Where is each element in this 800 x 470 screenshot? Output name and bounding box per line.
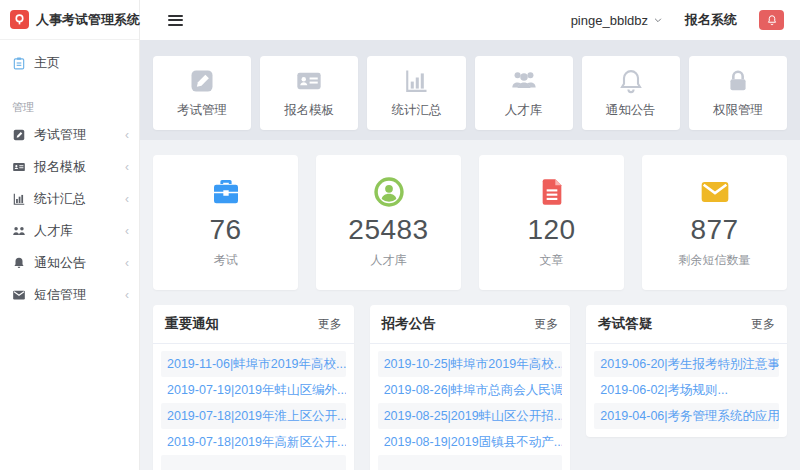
stat-label: 剩余短信数量 [679,252,751,269]
stat-value: 76 [209,214,241,246]
sidebar-item-exam-management[interactable]: 考试管理 ‹ [0,119,139,151]
list-item[interactable]: 2019-06-20|考生报考特别注意事项... [594,351,779,377]
pencil-square-icon [188,67,216,95]
panels-row: 重要通知 更多 2019-11-06|蚌埠市2019年高校... 2019-07… [140,290,800,470]
users-icon [510,67,538,95]
top-header: pinge_bbldbz 报名系统 [140,0,800,40]
home-clipboard-icon [12,56,26,70]
panel-title: 招考公告 [382,315,436,333]
chevron-left-icon: ‹ [125,288,129,302]
list-item[interactable]: 2019-08-19|2019固镇县不动产... [378,429,563,455]
more-link[interactable]: 更多 [751,316,775,333]
envelope-icon [12,288,26,302]
sidebar: 人事考试管理系统 主页 管理 考试管理 ‹ 报名模板 ‹ 统计汇总 ‹ 人才库 … [0,0,140,470]
shortcut-permissions[interactable]: 权限管理 [689,56,787,130]
chevron-left-icon: ‹ [125,128,129,142]
lock-icon [724,67,752,95]
stat-card-articles: 120 文章 [479,155,624,290]
shortcut-label: 权限管理 [713,102,763,119]
stat-card-exams: 76 考试 [153,155,298,290]
sidebar-item-statistics[interactable]: 统计汇总 ‹ [0,183,139,215]
panel-title: 考试答疑 [598,315,652,333]
sidebar-item-label: 考试管理 [34,126,86,144]
sidebar-item-label: 统计汇总 [34,190,86,208]
main-content: 考试管理 报名模板 统计汇总 人才库 通知公告 权限管理 76 考试 [140,40,800,470]
id-card-icon [12,160,26,174]
user-dropdown[interactable]: pinge_bbldbz [571,13,663,28]
list-item[interactable]: 2019-06-02|考场规则... [594,377,779,403]
list-item[interactable]: 2019-10-25|蚌埠市2019年高校... [378,351,563,377]
shortcut-label: 通知公告 [606,102,656,119]
bell-icon [766,14,778,26]
shortcut-band: 考试管理 报名模板 统计汇总 人才库 通知公告 权限管理 [140,40,800,140]
shortcut-exam-management[interactable]: 考试管理 [153,56,251,130]
list-item-clipped[interactable] [161,455,346,470]
shortcut-talent-pool[interactable]: 人才库 [475,56,573,130]
sidebar-section-label: 管理 [0,84,139,119]
stat-label: 人才库 [371,252,407,269]
list-item-clipped[interactable] [378,455,563,470]
bell-icon [617,67,645,95]
list-item[interactable]: 2019-07-18|2019年高新区公开... [161,429,346,455]
sidebar-home-label: 主页 [34,54,60,72]
shortcut-label: 报名模板 [284,102,334,119]
briefcase-icon [210,176,242,208]
chevron-down-icon [653,15,663,25]
id-card-icon [295,67,323,95]
chevron-left-icon: ‹ [125,256,129,270]
list-item[interactable]: 2019-04-06|考务管理系统的应用... [594,403,779,429]
stat-label: 文章 [540,252,564,269]
app-title: 人事考试管理系统 [36,11,140,29]
document-icon [536,176,568,208]
bell-icon [12,256,26,270]
bar-chart-icon [12,192,26,206]
stat-card-sms-remaining: 877 剩余短信数量 [642,155,787,290]
sidebar-item-signup-template[interactable]: 报名模板 ‹ [0,151,139,183]
stat-value: 120 [527,214,575,246]
shortcut-label: 统计汇总 [391,102,441,119]
chevron-left-icon: ‹ [125,192,129,206]
user-circle-icon [373,176,405,208]
more-link[interactable]: 更多 [318,316,342,333]
edit-square-icon [12,128,26,142]
sidebar-item-talent-pool[interactable]: 人才库 ‹ [0,215,139,247]
list-item[interactable]: 2019-08-26|蚌埠市总商会人民调解... [378,377,563,403]
sidebar-item-label: 短信管理 [34,286,86,304]
list-item[interactable]: 2019-08-25|2019蚌山区公开招... [378,403,563,429]
username: pinge_bbldbz [571,13,648,28]
more-link[interactable]: 更多 [534,316,558,333]
qa-list: 2019-06-20|考生报考特别注意事项... 2019-06-02|考场规则… [586,344,787,437]
menu-toggle-icon[interactable] [168,12,183,28]
panel-important-notices: 重要通知 更多 2019-11-06|蚌埠市2019年高校... 2019-07… [153,305,354,470]
shortcut-signup-template[interactable]: 报名模板 [260,56,358,130]
sidebar-item-label: 通知公告 [34,254,86,272]
shortcut-label: 人才库 [505,102,543,119]
sidebar-item-label: 人才库 [34,222,73,240]
mail-icon [699,176,731,208]
shortcut-label: 考试管理 [177,102,227,119]
sidebar-item-label: 报名模板 [34,158,86,176]
sidebar-item-notices[interactable]: 通知公告 ‹ [0,247,139,279]
list-item[interactable]: 2019-11-06|蚌埠市2019年高校... [161,351,346,377]
stat-value: 877 [690,214,738,246]
panel-recruitment-announcements: 招考公告 更多 2019-10-25|蚌埠市2019年高校... 2019-08… [370,305,571,470]
panel-title: 重要通知 [165,315,219,333]
list-item[interactable]: 2019-07-18|2019年淮上区公开... [161,403,346,429]
stat-value: 25483 [348,214,428,246]
signup-system-link[interactable]: 报名系统 [685,11,737,29]
sidebar-item-home[interactable]: 主页 [0,40,139,84]
chevron-left-icon: ‹ [125,224,129,238]
sidebar-item-sms-management[interactable]: 短信管理 ‹ [0,279,139,311]
stat-card-talent-pool: 25483 人才库 [316,155,461,290]
logo-row: 人事考试管理系统 [0,0,139,40]
panel-exam-qa: 考试答疑 更多 2019-06-20|考生报考特别注意事项... 2019-06… [586,305,787,437]
stats-row: 76 考试 25483 人才库 120 文章 877 剩余短信数量 [140,140,800,290]
app-logo-icon [10,10,29,29]
announcement-list: 2019-10-25|蚌埠市2019年高校... 2019-08-26|蚌埠市总… [370,344,571,470]
shortcut-statistics[interactable]: 统计汇总 [367,56,465,130]
stat-label: 考试 [214,252,238,269]
list-item[interactable]: 2019-07-19|2019年蚌山区编外... [161,377,346,403]
bar-chart-icon [402,67,430,95]
notification-bell-button[interactable] [759,10,784,30]
shortcut-notices[interactable]: 通知公告 [582,56,680,130]
